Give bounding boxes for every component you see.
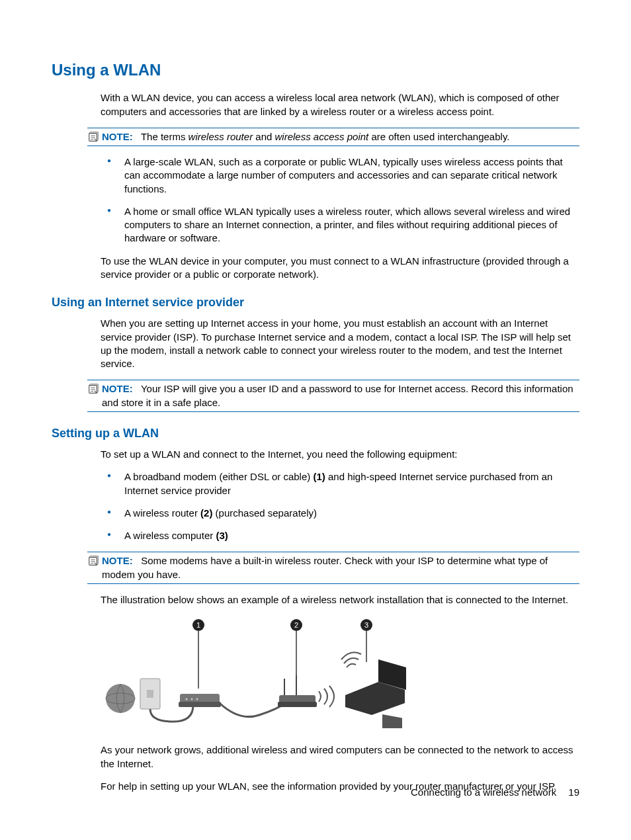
footer-section: Connecting to a wireless network: [411, 786, 556, 798]
svg-point-17: [196, 698, 198, 700]
note-label: NOTE:: [102, 383, 133, 394]
svg-rect-19: [278, 702, 317, 707]
equipment-list: A broadband modem (either DSL or cable) …: [101, 470, 579, 542]
note-label: NOTE:: [102, 131, 133, 142]
note-text: NOTE: The terms wireless router and wire…: [102, 130, 579, 144]
note-text: NOTE: Some modems have a built-in wirele…: [102, 554, 579, 581]
callout-1: 1: [196, 621, 200, 629]
svg-rect-14: [179, 702, 221, 707]
note-icon: [87, 383, 99, 395]
wlan-types-list: A large-scale WLAN, such as a corporate …: [101, 155, 579, 245]
subheading-isp: Using an Internet service provider: [52, 294, 579, 310]
list-item: A broadband modem (either DSL or cable) …: [101, 470, 579, 497]
page-title: Using a WLAN: [52, 60, 579, 81]
list-item: A wireless computer (3): [101, 529, 579, 542]
callout-3: 3: [364, 621, 368, 629]
page-footer: Connecting to a wireless network 19: [411, 786, 579, 799]
page-number: 19: [568, 786, 579, 798]
list-item: A large-scale WLAN, such as a corporate …: [101, 155, 579, 196]
note-builtin-router: NOTE: Some modems have a built-in wirele…: [87, 552, 579, 584]
list-item: A wireless router (2) (purchased separat…: [101, 507, 579, 520]
note-icon: [87, 131, 99, 143]
isp-paragraph: When you are setting up Internet access …: [101, 317, 579, 370]
svg-rect-22: [382, 714, 402, 728]
growth-paragraph: As your network grows, additional wirele…: [101, 743, 579, 771]
illustration-caption: The illustration below shows an example …: [101, 593, 579, 607]
svg-point-15: [186, 698, 188, 700]
list-item: A home or small office WLAN typically us…: [101, 205, 579, 245]
intro-paragraph: With a WLAN device, you can access a wir…: [101, 91, 579, 118]
note-label: NOTE:: [102, 555, 133, 566]
note-terms: NOTE: The terms wireless router and wire…: [87, 128, 579, 146]
note-isp-credentials: NOTE: Your ISP will give you a user ID a…: [87, 380, 579, 412]
note-text: NOTE: Your ISP will give you a user ID a…: [102, 382, 579, 409]
setup-intro-paragraph: To set up a WLAN and connect to the Inte…: [101, 448, 579, 461]
svg-point-9: [106, 684, 135, 713]
callout-2: 2: [294, 621, 298, 629]
infrastructure-paragraph: To use the WLAN device in your computer,…: [101, 255, 579, 282]
svg-point-16: [191, 698, 193, 700]
subheading-setup: Setting up a WLAN: [52, 425, 579, 441]
svg-rect-12: [147, 690, 153, 698]
note-icon: [87, 555, 99, 567]
network-diagram: 1 2 3: [101, 616, 579, 732]
